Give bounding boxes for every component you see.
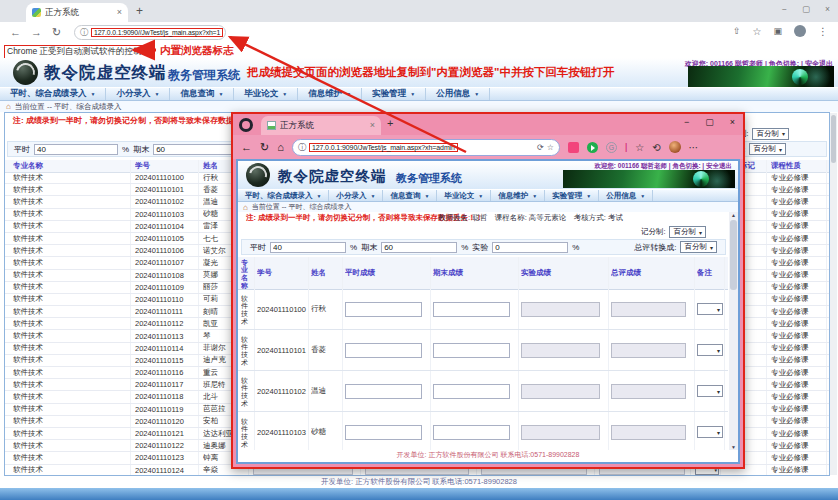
new-tab-button[interactable]: + — [136, 4, 143, 18]
convert-label: 总评转换成: — [634, 242, 676, 253]
nature-cell: 专业必修课 — [771, 318, 827, 329]
column-header: 课程性质 — [771, 160, 827, 172]
popup-new-tab-button[interactable]: + — [387, 117, 393, 129]
menu-item-5[interactable]: 实验管理▼ — [362, 88, 426, 100]
usual-score-input[interactable] — [345, 343, 422, 358]
popup-maximize-button[interactable]: ▢ — [705, 117, 714, 127]
popup-tab-close-icon[interactable]: × — [370, 121, 375, 130]
grading-select[interactable]: 百分制 ▾ — [669, 226, 706, 238]
extension-green-icon[interactable] — [587, 142, 598, 153]
menu-item-3[interactable]: 毕业论文▼ — [437, 190, 491, 201]
popup-reload-icon[interactable]: ↻ — [260, 141, 269, 154]
convert-select[interactable]: 百分制 ▾ — [749, 143, 786, 155]
window-close-button[interactable]: × — [825, 4, 830, 14]
usual-weight-input[interactable] — [270, 242, 346, 253]
browser-tab[interactable]: 正方系统 × — [26, 3, 128, 22]
popup-site-info-icon[interactable]: ⓘ — [298, 142, 306, 153]
popup-close-button[interactable]: × — [730, 117, 735, 127]
popup-menu-icon[interactable]: ⋯ — [689, 142, 699, 153]
menu-item-0[interactable]: 平时、综合成绩录入▼ — [0, 88, 106, 100]
menu-item-2[interactable]: 信息查询▼ — [383, 190, 437, 201]
popup-address-bar[interactable]: ⓘ 127.0.0.1:9090/JwTest/js_main.aspx?xh=… — [292, 139, 560, 156]
menu-item-4[interactable]: 信息维护▼ — [298, 88, 362, 100]
table-scrollbar[interactable]: ▲ ▼ — [729, 212, 738, 450]
sidebar-icon[interactable]: ▣ — [773, 26, 782, 36]
remark-select[interactable]: ▾ — [697, 385, 723, 397]
final-score-input[interactable] — [433, 343, 510, 358]
menu-item-6[interactable]: 公用信息▼ — [599, 190, 653, 201]
window-maximize-button[interactable]: ▢ — [802, 4, 810, 14]
popup-sync-icon[interactable]: ⟳ — [537, 143, 544, 152]
popup-history-icon[interactable]: ⟲ — [652, 142, 660, 153]
page-scrollbar[interactable] — [830, 113, 837, 475]
usual-score-input[interactable] — [345, 425, 422, 440]
major-cell: 软件技术 — [13, 270, 131, 281]
popup-back-icon[interactable]: ← — [241, 141, 252, 153]
usual-score-input[interactable] — [345, 302, 422, 317]
convert-select[interactable]: 百分制 ▾ — [680, 241, 717, 253]
menu-item-4[interactable]: 信息维护▼ — [491, 190, 545, 201]
lab-weight-input[interactable] — [492, 242, 568, 253]
popup-profile-avatar[interactable] — [669, 141, 681, 153]
g-badge-icon[interactable]: G — [606, 142, 617, 153]
final-weight-input[interactable] — [153, 144, 237, 155]
scrollbar-thumb[interactable] — [831, 115, 836, 163]
site-info-icon[interactable]: ⓘ — [80, 27, 88, 38]
usual-score-input[interactable] — [345, 384, 422, 399]
scrollbar-thumb[interactable] — [730, 220, 737, 290]
address-bar[interactable]: ⓘ 127.0.0.1:9090//JwTest/js_main.aspx?xh… — [74, 25, 226, 40]
final-score-cell — [433, 330, 519, 370]
lab-score-cell — [521, 330, 609, 370]
popup-url-text[interactable]: 127.0.0.1:9090/JwTest/js_main.aspx?xh=ad… — [309, 143, 458, 152]
menu-item-1[interactable]: 小分录入▼ — [329, 190, 383, 201]
nature-cell: 专业必修课 — [771, 209, 827, 220]
menu-dots-icon[interactable]: ⋮ — [818, 26, 828, 37]
menu-item-3[interactable]: 毕业论文▼ — [234, 88, 298, 100]
popup-title-bar[interactable]: 正方系统 × + − ▢ × — [233, 114, 743, 135]
bookmark-star-icon[interactable]: ☆ — [753, 26, 762, 37]
remark-select[interactable]: ▾ — [697, 303, 723, 315]
final-score-input[interactable] — [433, 384, 510, 399]
profile-avatar[interactable] — [794, 25, 806, 37]
remark-select[interactable]: ▾ — [697, 426, 723, 438]
percent-sign: % — [122, 145, 129, 154]
student-id-cell: 202401110100 — [135, 172, 199, 183]
forward-icon[interactable]: → — [31, 26, 42, 39]
popup-bookmark-icon[interactable]: ☆ — [635, 142, 644, 153]
remark-select[interactable]: ▾ — [697, 344, 723, 356]
menu-item-2[interactable]: 信息查询▼ — [170, 88, 234, 100]
menu-item-6[interactable]: 公用信息▼ — [426, 88, 490, 100]
total-score-input — [611, 343, 686, 358]
reload-icon[interactable]: ↻ — [52, 26, 61, 39]
popup-tab[interactable]: 正方系统 × — [261, 116, 381, 135]
chevron-down-icon: ▼ — [586, 193, 591, 199]
column-header: 学号 — [135, 160, 199, 172]
final-score-input[interactable] — [433, 425, 510, 440]
grading-select[interactable]: 百分制 ▾ — [752, 128, 789, 140]
chevron-down-icon: ▼ — [370, 193, 375, 199]
window-minimize-button[interactable]: − — [782, 4, 787, 14]
weights-form: 平时 % 期末 % 实验 % 总评转换成: 百分制 ▾ — [241, 239, 726, 255]
url-text[interactable]: 127.0.0.1:9090//JwTest/js_main.aspx?xh=1 — [91, 28, 223, 37]
builtin-browser-window[interactable]: 正方系统 × + − ▢ × ← ↻ ⌂ ⓘ 127.0.0.1:9090/Jw… — [231, 112, 745, 469]
tab-close-icon[interactable]: × — [117, 8, 122, 17]
usual-weight-input[interactable] — [34, 144, 118, 155]
final-score-input[interactable] — [433, 302, 510, 317]
share-icon[interactable]: ⇧ — [733, 26, 741, 36]
percent-sign: % — [572, 243, 579, 252]
popup-star-icon[interactable]: ☆ — [547, 143, 554, 152]
final-weight-input[interactable] — [381, 242, 457, 253]
student-id-cell: 202401110100 — [257, 289, 309, 329]
popup-minimize-button[interactable]: − — [684, 117, 689, 127]
menu-item-5[interactable]: 实验管理▼ — [545, 190, 599, 201]
main-menubar: 平时、综合成绩录入▼小分录入▼信息查询▼毕业论文▼信息维护▼实验管理▼公用信息▼ — [0, 87, 838, 101]
extension-pink-icon[interactable] — [568, 142, 579, 153]
popup-home-icon[interactable]: ⌂ — [277, 141, 284, 153]
menu-item-1[interactable]: 小分录入▼ — [106, 88, 170, 100]
total-score-cell — [611, 330, 695, 370]
main-menubar: 平时、综合成绩录入▼小分录入▼信息查询▼毕业论文▼信息维护▼实验管理▼公用信息▼ — [238, 189, 738, 202]
home-icon: ⌂ — [6, 102, 11, 111]
student-id-cell: 202401110117 — [135, 379, 199, 390]
back-icon[interactable]: ← — [10, 26, 21, 39]
menu-item-0[interactable]: 平时、综合成绩录入▼ — [238, 190, 329, 201]
